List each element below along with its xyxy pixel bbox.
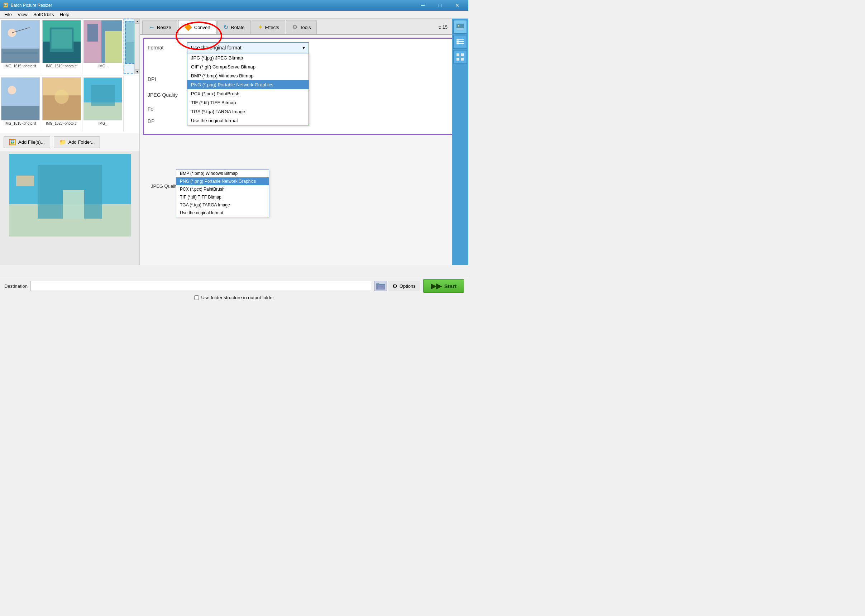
add-folder-button[interactable]: 📁 Add Folder... <box>54 136 100 148</box>
app-icon: 🖼️ <box>3 3 9 8</box>
svg-rect-12 <box>88 24 98 42</box>
format-dropdown[interactable]: Use the original format ▾ <box>187 42 309 53</box>
destination-input-wrapper <box>30 281 371 291</box>
convert-settings-panel: Format Use the original format ▾ JPG (*.… <box>143 38 465 135</box>
minimize-button[interactable]: ─ <box>414 0 431 11</box>
folder-structure-checkbox[interactable] <box>194 295 199 300</box>
svg-rect-40 <box>457 28 464 30</box>
image-strip: IMG_1615~photo.tif IMG_1519~photo.tif IM… <box>0 19 140 265</box>
side-icons-panel <box>452 19 468 265</box>
thumb-item-3[interactable]: IMG_ <box>82 19 124 74</box>
menu-view[interactable]: View <box>15 11 30 18</box>
thumb-item-10[interactable]: IMG_ <box>82 76 124 132</box>
format-option-png[interactable]: PNG (*.png) Portable Network Graphics <box>187 80 309 89</box>
format-option-pcx[interactable]: PCX (*.pcx) PaintBrush <box>187 89 309 98</box>
tab-rotate[interactable]: ↻ Rotate <box>217 20 250 34</box>
side-icon-image[interactable] <box>453 20 467 34</box>
secondary-option-original[interactable]: Use the original format <box>176 209 269 217</box>
menu-help[interactable]: Help <box>57 11 72 18</box>
thumb-label-1: IMG_1615~photo.tif <box>1 64 40 68</box>
svg-rect-32 <box>91 85 115 106</box>
secondary-option-bmp[interactable]: BMP (*.bmp) Windows Bitmap <box>176 170 269 178</box>
secondary-option-tif[interactable]: TIF (*.tif) TIFF Bitmap <box>176 193 269 201</box>
destination-row: Destination ⚙ Options ▶▶ Start <box>4 279 464 293</box>
main-content: IMG_1615~photo.tif IMG_1519~photo.tif IM… <box>0 19 468 265</box>
add-folder-label: Add Folder... <box>68 140 95 145</box>
title-bar-controls: ─ □ ✕ <box>414 0 465 11</box>
format-option-bmp[interactable]: BMP (*.bmp) Windows Bitmap <box>187 71 309 80</box>
tab-tools-label: Tools <box>300 25 311 30</box>
svg-rect-4 <box>3 52 38 54</box>
thumb-item-8[interactable]: IMG_1615~photo.tif <box>0 76 41 132</box>
svg-rect-8 <box>52 29 72 49</box>
tab-resize[interactable]: ↔ Resize <box>142 20 177 34</box>
file-count-badge: t: 15 <box>439 24 447 30</box>
svg-rect-36 <box>63 190 84 218</box>
secondary-option-tga[interactable]: TGA (*.tga) TARGA Image <box>176 201 269 209</box>
rotate-icon: ↻ <box>223 23 229 31</box>
svg-rect-49 <box>461 53 464 56</box>
maximize-button[interactable]: □ <box>432 0 448 11</box>
tab-effects-label: Effects <box>265 25 279 30</box>
svg-rect-50 <box>457 58 459 61</box>
format-options-list: JPG (*.jpg) JPEG Bitmap GIF (*.gif) Comp… <box>187 53 309 126</box>
thumb-image-2 <box>42 20 81 63</box>
thumb-label-3: IMG_ <box>83 64 122 68</box>
thumb-label-8: IMG_1615~photo.tif <box>1 121 40 126</box>
thumb-image-1 <box>1 20 40 63</box>
add-files-icon: 🖼️ <box>9 139 16 146</box>
scroll-down-arrow[interactable]: ▼ <box>135 69 140 74</box>
start-button[interactable]: ▶▶ Start <box>423 279 464 293</box>
destination-browse-area: ⚙ Options <box>374 281 420 291</box>
format-option-jpg[interactable]: JPG (*.jpg) JPEG Bitmap <box>187 53 309 62</box>
options-gear-icon: ⚙ <box>392 283 397 289</box>
preview-image <box>9 154 131 237</box>
svg-rect-1 <box>2 49 39 63</box>
horizontal-scrollbar: ▲ ▼ <box>134 19 140 74</box>
dpi-label: DPI <box>148 76 187 82</box>
effects-icon: ✦ <box>257 23 263 31</box>
format-label-bg: Fo <box>148 106 187 112</box>
tab-tools[interactable]: ⚙ Tools <box>286 20 317 34</box>
thumbnail-row-1: IMG_1615~photo.tif IMG_1519~photo.tif IM… <box>0 19 140 76</box>
scroll-up-arrow[interactable]: ▲ <box>135 19 140 24</box>
destination-browse-button[interactable] <box>374 281 387 291</box>
svg-rect-25 <box>2 106 39 120</box>
format-option-original[interactable]: Use the original format <box>187 116 309 125</box>
thumb-item-1[interactable]: IMG_1615~photo.tif <box>0 19 41 74</box>
jpeg-quality-label-secondary: JPEG Quality <box>151 184 179 189</box>
tab-convert[interactable]: 🔶 Convert <box>178 20 217 34</box>
destination-input[interactable] <box>33 283 369 289</box>
close-button[interactable]: ✕ <box>449 0 465 11</box>
format-option-gif[interactable]: GIF (*.gif) CompuServe Bitmap <box>187 62 309 71</box>
menu-softorbits[interactable]: SoftOrbits <box>30 11 57 18</box>
bottom-bar: Destination ⚙ Options ▶▶ Start Use <box>0 276 468 305</box>
toolbar: ↔ Resize 🔶 Convert ↻ Rotate ✦ Effects ⚙ <box>140 19 468 35</box>
secondary-option-pcx[interactable]: PCX (*.pcx) PaintBrush <box>176 185 269 193</box>
add-files-button[interactable]: 🖼️ Add File(s)... <box>3 136 50 148</box>
options-label: Options <box>400 283 416 289</box>
start-arrow-icon: ▶▶ <box>431 282 441 290</box>
options-button[interactable]: ⚙ Options <box>388 281 420 291</box>
thumb-item-9[interactable]: IMG_1623~photo.tif <box>41 76 82 132</box>
svg-rect-51 <box>461 58 464 61</box>
tab-convert-label: Convert <box>194 25 211 30</box>
secondary-dropdown: BMP (*.bmp) Windows Bitmap PNG (*.png) P… <box>176 169 269 217</box>
secondary-option-png[interactable]: PNG (*.png) Portable Network Graphics <box>176 178 269 185</box>
format-option-tif[interactable]: TIF (*.tif) TIFF Bitmap <box>187 98 309 107</box>
svg-point-26 <box>8 86 16 94</box>
menu-file[interactable]: File <box>2 11 15 18</box>
tab-effects[interactable]: ✦ Effects <box>251 20 286 34</box>
file-count-area: t: 15 <box>317 20 458 34</box>
thumb-label-2: IMG_1519~photo.tif <box>42 64 81 68</box>
format-selected-text: Use the original format <box>191 45 242 50</box>
folder-structure-label: Use folder structure in output folder <box>201 295 274 300</box>
svg-point-41 <box>458 25 459 27</box>
format-option-tga[interactable]: TGA (*.tga) TARGA Image <box>187 107 309 116</box>
add-files-row: 🖼️ Add File(s)... 📁 Add Folder... <box>0 133 140 151</box>
thumb-image-8 <box>1 77 40 120</box>
thumb-item-2[interactable]: IMG_1519~photo.tif <box>41 19 82 74</box>
svg-rect-11 <box>105 31 122 63</box>
right-panel: ↔ Resize 🔶 Convert ↻ Rotate ✦ Effects ⚙ <box>140 19 468 265</box>
svg-point-29 <box>55 90 68 104</box>
